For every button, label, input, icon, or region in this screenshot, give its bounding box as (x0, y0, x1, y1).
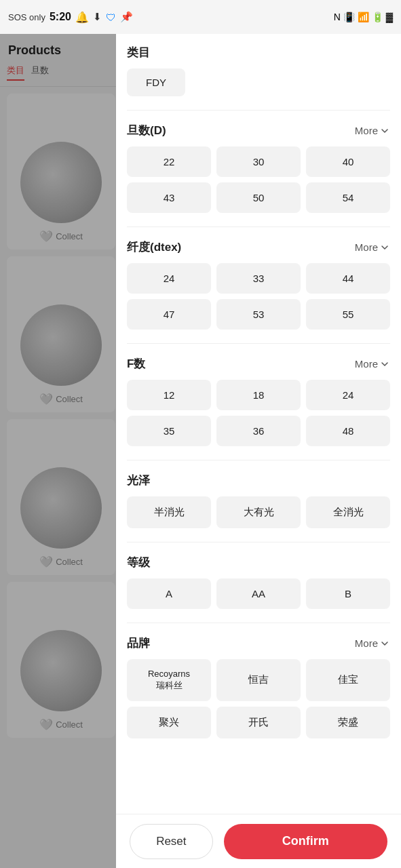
chevron-down-icon-fcount (379, 359, 390, 370)
section-grade: 等级 A AA B (127, 555, 390, 609)
filter-content: 类目 FDY 旦数(D) More 22 30 40 43 50 5 (116, 34, 401, 868)
section-title-denier: 旦数(D) (127, 123, 166, 138)
download-icon: ⬇ (93, 11, 102, 23)
chip-b[interactable]: B (306, 578, 390, 609)
chips-category: FDY (127, 68, 390, 96)
more-fcount-label: More (355, 358, 378, 370)
chip-full-matte[interactable]: 全消光 (306, 496, 390, 528)
chip-aa[interactable]: AA (216, 578, 301, 609)
chip-recoyarns[interactable]: Recoyarns瑞科丝 (127, 659, 211, 701)
chip-35[interactable]: 35 (127, 416, 211, 446)
chip-hengli[interactable]: 恒吉 (216, 659, 301, 701)
more-fineness[interactable]: More (355, 241, 390, 253)
chips-fineness: 24 33 44 47 53 55 (127, 263, 390, 330)
chip-40[interactable]: 40 (306, 146, 390, 177)
chip-a[interactable]: A (127, 578, 211, 609)
section-header-fcount: F数 More (127, 356, 390, 372)
section-title-fineness: 纤度(dtex) (127, 239, 181, 255)
section-category: 类目 FDY (127, 45, 390, 96)
chevron-down-icon-denier (379, 125, 390, 136)
section-title-fcount: F数 (127, 356, 145, 372)
chip-50[interactable]: 50 (216, 182, 301, 213)
status-bar: SOS only 5:20 🔔 ⬇ 🛡 📌 N 📳 📶 🔋 ▓ (0, 0, 401, 34)
chip-54[interactable]: 54 (306, 182, 390, 213)
more-denier[interactable]: More (355, 125, 390, 136)
status-right: N 📳 📶 🔋 ▓ (334, 12, 393, 22)
more-fcount[interactable]: More (355, 358, 390, 370)
section-header-fineness: 纤度(dtex) More (127, 239, 390, 255)
section-fcount: F数 More 12 18 24 35 36 48 (127, 356, 390, 446)
section-title-brand: 品牌 (127, 635, 150, 651)
section-header-brand: 品牌 More (127, 635, 390, 651)
filter-drawer: 类目 FDY 旦数(D) More 22 30 40 43 50 5 (116, 34, 401, 868)
section-title-category: 类目 (127, 45, 150, 60)
more-fineness-label: More (355, 241, 378, 253)
chip-48[interactable]: 48 (306, 416, 390, 446)
reset-button[interactable]: Reset (130, 824, 213, 859)
more-brand-label: More (355, 637, 378, 649)
battery-icon: ▓ (386, 12, 393, 22)
filter-bottom-bar: Reset Confirm (116, 814, 401, 868)
chip-24[interactable]: 24 (127, 263, 211, 294)
divider-5 (127, 542, 390, 542)
chip-47[interactable]: 47 (127, 299, 211, 330)
status-time: 5:20 (50, 11, 71, 23)
confirm-button[interactable]: Confirm (224, 824, 387, 859)
chips-denier: 22 30 40 43 50 54 (127, 146, 390, 213)
bell-icon: 🔔 (75, 11, 89, 24)
chips-fcount: 12 18 24 35 36 48 (127, 380, 390, 446)
chip-43[interactable]: 43 (127, 182, 211, 213)
divider-2 (127, 226, 390, 227)
shield-icon: 🛡 (106, 12, 116, 23)
divider-6 (127, 623, 390, 623)
chip-53[interactable]: 53 (216, 299, 301, 330)
section-title-luster: 光泽 (127, 473, 150, 488)
chips-luster: 半消光 大有光 全消光 (127, 496, 390, 528)
section-header-luster: 光泽 (127, 473, 390, 488)
section-brand: 品牌 More Recoyarns瑞科丝 恒吉 佳宝 聚兴 开氏 荣盛 (127, 635, 390, 738)
chip-full-bright[interactable]: 大有光 (216, 496, 301, 528)
chip-12[interactable]: 12 (127, 380, 211, 410)
chip-rongsheng[interactable]: 荣盛 (306, 707, 390, 738)
chip-kaishi[interactable]: 开氏 (216, 707, 301, 738)
chips-brand: Recoyarns瑞科丝 恒吉 佳宝 聚兴 开氏 荣盛 (127, 659, 390, 738)
divider-1 (127, 110, 390, 111)
chip-juxing[interactable]: 聚兴 (127, 707, 211, 738)
section-luster: 光泽 半消光 大有光 全消光 (127, 473, 390, 528)
pin-icon: 📌 (120, 11, 133, 23)
section-fineness: 纤度(dtex) More 24 33 44 47 53 55 (127, 239, 390, 330)
battery-low-icon: 🔋 (372, 12, 383, 22)
section-header-grade: 等级 (127, 555, 390, 570)
chevron-down-icon-fineness (379, 242, 390, 253)
more-brand[interactable]: More (355, 637, 390, 649)
chips-grade: A AA B (127, 578, 390, 609)
chip-22[interactable]: 22 (127, 146, 211, 177)
chip-jiabao[interactable]: 佳宝 (306, 659, 390, 701)
divider-4 (127, 460, 390, 460)
section-title-grade: 等级 (127, 555, 150, 570)
chip-33[interactable]: 33 (216, 263, 301, 294)
chip-44[interactable]: 44 (306, 263, 390, 294)
chip-30[interactable]: 30 (216, 146, 301, 177)
sos-label: SOS only (8, 12, 45, 22)
chevron-down-icon-brand (379, 638, 390, 649)
more-denier-label: More (355, 125, 378, 136)
status-left: SOS only 5:20 🔔 ⬇ 🛡 📌 (8, 11, 133, 24)
chip-semi-matte[interactable]: 半消光 (127, 496, 211, 528)
chip-18[interactable]: 18 (216, 380, 301, 410)
chip-fdy[interactable]: FDY (127, 68, 185, 96)
divider-3 (127, 343, 390, 344)
section-header-denier: 旦数(D) More (127, 123, 390, 138)
chip-36[interactable]: 36 (216, 416, 301, 446)
vibrate-icon: 📳 (343, 12, 355, 22)
chip-55[interactable]: 55 (306, 299, 390, 330)
chip-24f[interactable]: 24 (306, 380, 390, 410)
wifi-icon: 📶 (358, 12, 369, 22)
nfc-icon: N (334, 12, 341, 22)
section-header-category: 类目 (127, 45, 390, 60)
section-denier: 旦数(D) More 22 30 40 43 50 54 (127, 123, 390, 213)
